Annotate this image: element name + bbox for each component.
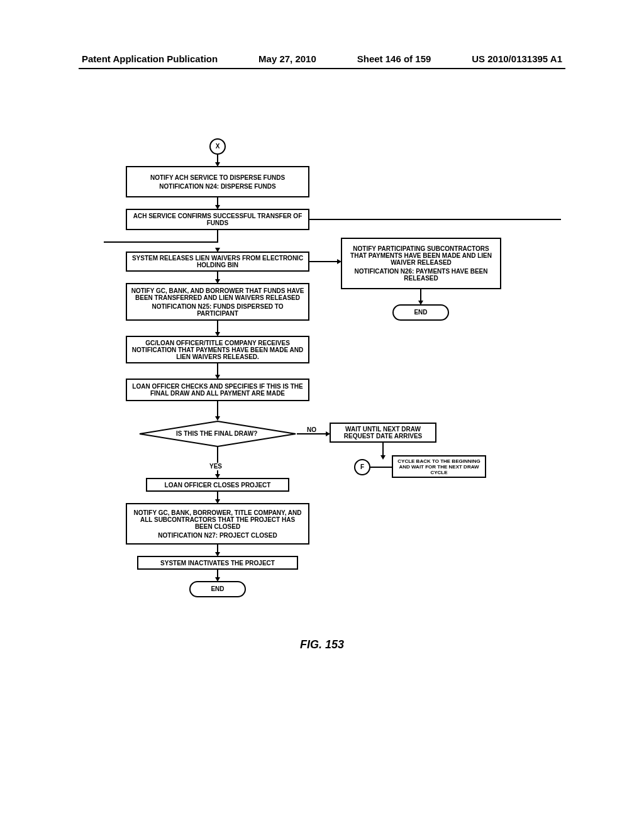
text-line: NOTIFY GC, BANK, AND BORROWER THAT FUNDS… — [131, 287, 304, 301]
connector-f: F — [354, 459, 370, 475]
text-line: NOTIFY GC, BANK, BORROWER, TITLE COMPANY… — [131, 509, 304, 530]
terminator-end-right: END — [392, 304, 449, 321]
decision-text: IS THIS THE FINAL DRAW? — [176, 430, 257, 437]
process-notify-gc-bank: NOTIFY GC, BANK, AND BORROWER THAT FUNDS… — [126, 283, 309, 321]
header-sheet: Sheet 146 of 159 — [357, 53, 431, 64]
arrow — [217, 230, 218, 243]
arrow — [104, 241, 218, 243]
arrow — [217, 363, 218, 376]
label-no: NO — [307, 426, 316, 433]
text-line: LOAN OFFICER CHECKS AND SPECIFIES IF THI… — [131, 383, 304, 397]
text-line: WAIT UNTIL NEXT DRAW REQUEST DATE ARRIVE… — [335, 426, 431, 440]
arrow — [309, 219, 561, 220]
process-ach-confirms: ACH SERVICE CONFIRMS SUCCESSFUL TRANSFER… — [126, 209, 309, 230]
text-line: NOTIFICATION N27: PROJECT CLOSED — [131, 532, 304, 539]
arrow — [217, 401, 218, 418]
arrow — [420, 289, 421, 302]
header-rule — [79, 68, 565, 69]
header-pubno: US 2010/0131395 A1 — [472, 53, 562, 64]
text-line: CYCLE BACK TO THE BEGINNING AND WAIT FOR… — [397, 458, 481, 475]
arrow — [370, 467, 392, 468]
arrow — [297, 433, 327, 434]
arrow — [217, 321, 218, 333]
process-release-lien: SYSTEM RELEASES LIEN WAIVERS FROM ELECTR… — [126, 252, 309, 272]
text-line: LOAN OFFICER CLOSES PROJECT — [151, 482, 284, 489]
process-wait-next-draw: WAIT UNTIL NEXT DRAW REQUEST DATE ARRIVE… — [330, 423, 436, 443]
process-cycle-back: CYCLE BACK TO THE BEGINNING AND WAIT FOR… — [392, 455, 486, 478]
arrowhead-icon — [380, 455, 386, 460]
text-line: NOTIFY PARTICIPATING SUBCONTRACTORS THAT… — [346, 245, 496, 266]
page-header: Patent Application Publication May 27, 2… — [0, 53, 644, 64]
process-gc-receives: GC/LOAN OFFICER/TITLE COMPANY RECEIVES N… — [126, 336, 309, 363]
text-line: GC/LOAN OFFICER/TITLE COMPANY RECEIVES N… — [131, 340, 304, 360]
process-inactivate: SYSTEM INACTIVATES THE PROJECT — [137, 556, 298, 570]
process-notify-closed: NOTIFY GC, BANK, BORROWER, TITLE COMPANY… — [126, 503, 309, 545]
header-left: Patent Application Publication — [82, 53, 218, 64]
text-line: NOTIFICATION N26: PAYMENTS HAVE BEEN REL… — [346, 268, 496, 282]
arrow — [382, 443, 384, 456]
process-notify-ach: NOTIFY ACH SERVICE TO DISPERSE FUNDS NOT… — [126, 166, 309, 197]
terminator-end-bottom: END — [189, 581, 246, 597]
arrow — [309, 261, 338, 262]
text-line: NOTIFICATION N24: DISPERSE FUNDS — [131, 183, 304, 190]
process-close-project: LOAN OFFICER CLOSES PROJECT — [146, 478, 289, 492]
connector-x: X — [209, 138, 226, 155]
figure-caption: FIG. 153 — [0, 638, 644, 651]
text-line: SYSTEM RELEASES LIEN WAIVERS FROM ELECTR… — [131, 255, 304, 268]
process-notify-subcontractors: NOTIFY PARTICIPATING SUBCONTRACTORS THAT… — [341, 238, 501, 289]
process-loan-officer-checks: LOAN OFFICER CHECKS AND SPECIFIES IF THI… — [126, 379, 309, 401]
arrow — [217, 446, 218, 463]
header-date: May 27, 2010 — [258, 53, 316, 64]
text-line: NOTIFY ACH SERVICE TO DISPERSE FUNDS — [131, 174, 304, 181]
label-yes: YES — [209, 463, 222, 470]
text-line: NOTIFICATION N25: FUNDS DISPERSED TO PAR… — [131, 303, 304, 317]
text-line: ACH SERVICE CONFIRMS SUCCESSFUL TRANSFER… — [131, 213, 304, 226]
text-line: SYSTEM INACTIVATES THE PROJECT — [142, 560, 293, 567]
